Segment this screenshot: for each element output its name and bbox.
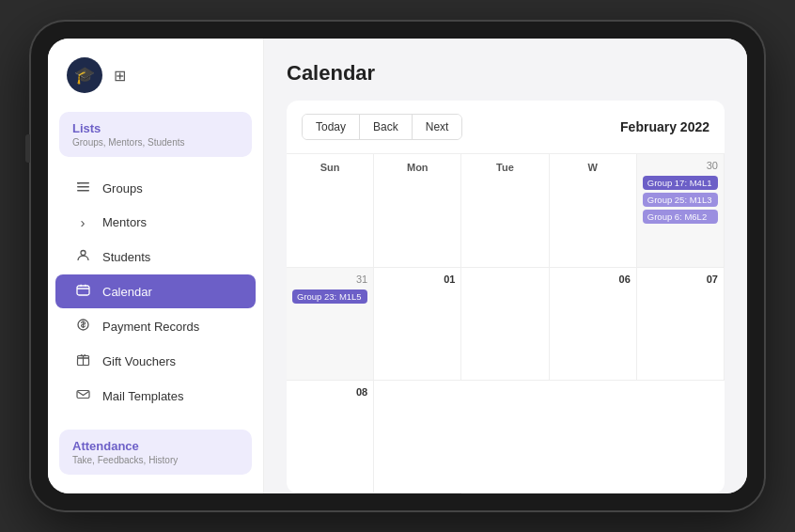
payment-records-label: Payment Records bbox=[102, 320, 199, 334]
filter-icon[interactable]: ⊞ bbox=[114, 67, 126, 85]
groups-label: Groups bbox=[102, 181, 143, 196]
main-content: Calendar Today Back Next February 2022 S… bbox=[264, 39, 747, 493]
calendar-nav-buttons: Today Back Next bbox=[302, 114, 462, 140]
date-07: 07 bbox=[643, 274, 718, 285]
cal-cell-06: 06 bbox=[550, 268, 637, 381]
date-30: 30 bbox=[643, 160, 718, 171]
sidebar-nav: Groups › Mentors Students bbox=[48, 164, 263, 422]
page-title: Calendar bbox=[287, 61, 725, 86]
calendar-grid: Sun Mon Tue W 30 Group 17: M4L1 Group 25… bbox=[287, 154, 725, 493]
sidebar-item-calendar[interactable]: Calendar bbox=[55, 274, 256, 308]
gift-vouchers-label: Gift Vouchers bbox=[102, 354, 176, 368]
cal-cell-08: 08 bbox=[287, 381, 374, 493]
event-group17[interactable]: Group 17: M4L1 bbox=[643, 176, 718, 190]
header-wed: W bbox=[550, 154, 637, 268]
header-sun: Sun bbox=[287, 154, 374, 268]
students-icon bbox=[74, 248, 91, 265]
sidebar-item-gift-vouchers[interactable]: Gift Vouchers bbox=[55, 344, 256, 378]
sidebar-item-mentors[interactable]: › Mentors bbox=[55, 206, 256, 239]
svg-rect-1 bbox=[77, 186, 89, 188]
students-label: Students bbox=[102, 250, 150, 264]
lists-subtitle: Groups, Mentors, Students bbox=[72, 137, 239, 148]
cal-cell-31: 31 Group 23: M1L5 bbox=[287, 268, 374, 381]
gift-icon bbox=[74, 352, 91, 369]
sidebar: 🎓 ⊞ Lists Groups, Mentors, Students bbox=[48, 39, 264, 493]
sidebar-item-payment-records[interactable]: Payment Records bbox=[55, 309, 256, 343]
mail-templates-label: Mail Templates bbox=[102, 389, 183, 403]
date-06: 06 bbox=[555, 274, 631, 285]
sidebar-item-students[interactable]: Students bbox=[55, 240, 256, 274]
svg-rect-5 bbox=[77, 286, 89, 295]
event-group25[interactable]: Group 25: M1L3 bbox=[643, 193, 718, 207]
calendar-container: Today Back Next February 2022 Sun Mon Tu… bbox=[287, 101, 725, 493]
tablet-frame: 🎓 ⊞ Lists Groups, Mentors, Students bbox=[31, 22, 764, 510]
svg-rect-7 bbox=[85, 285, 86, 288]
groups-icon bbox=[74, 180, 91, 196]
lists-title: Lists bbox=[72, 121, 239, 135]
mentors-label: Mentors bbox=[102, 215, 147, 229]
payment-icon bbox=[74, 318, 91, 335]
event-group6[interactable]: Group 6: M6L2 bbox=[643, 210, 718, 224]
lists-section[interactable]: Lists Groups, Mentors, Students bbox=[59, 112, 252, 157]
today-button[interactable]: Today bbox=[303, 115, 360, 139]
attendance-subtitle: Take, Feedbacks, History bbox=[72, 455, 239, 465]
next-button[interactable]: Next bbox=[413, 115, 462, 139]
mentors-icon: › bbox=[74, 214, 91, 230]
date-08: 08 bbox=[292, 386, 367, 398]
date-31: 31 bbox=[292, 274, 367, 285]
header-mon: Mon bbox=[374, 154, 461, 268]
cal-cell-01: 01 bbox=[374, 268, 461, 381]
attendance-title: Attendance bbox=[72, 439, 239, 453]
svg-point-4 bbox=[81, 251, 86, 256]
tablet-screen: 🎓 ⊞ Lists Groups, Mentors, Students bbox=[48, 39, 747, 493]
back-button[interactable]: Back bbox=[360, 115, 413, 139]
cal-cell-w2 bbox=[374, 381, 461, 493]
sidebar-item-groups[interactable]: Groups bbox=[55, 171, 256, 205]
attendance-section[interactable]: Attendance Take, Feedbacks, History bbox=[59, 430, 252, 475]
svg-rect-2 bbox=[77, 190, 89, 192]
svg-rect-6 bbox=[80, 285, 81, 288]
calendar-label: Calendar bbox=[102, 285, 152, 299]
cal-cell-07: 07 bbox=[637, 268, 725, 381]
event-group23[interactable]: Group 23: M1L5 bbox=[292, 289, 367, 304]
sidebar-item-mail-templates[interactable]: Mail Templates bbox=[55, 379, 256, 413]
mail-icon bbox=[74, 387, 91, 404]
calendar-icon bbox=[74, 283, 91, 300]
svg-rect-3 bbox=[77, 182, 80, 184]
cal-cell-30: 30 Group 17: M4L1 Group 25: M1L3 Group 6… bbox=[637, 154, 725, 268]
sidebar-header: 🎓 ⊞ bbox=[48, 57, 263, 112]
svg-rect-11 bbox=[77, 391, 89, 399]
month-label: February 2022 bbox=[620, 119, 709, 134]
logo-icon: 🎓 bbox=[67, 57, 102, 93]
header-tue: Tue bbox=[461, 154, 549, 268]
cal-cell-w1 bbox=[461, 268, 549, 381]
date-01: 01 bbox=[380, 274, 455, 285]
calendar-toolbar: Today Back Next February 2022 bbox=[287, 101, 725, 154]
